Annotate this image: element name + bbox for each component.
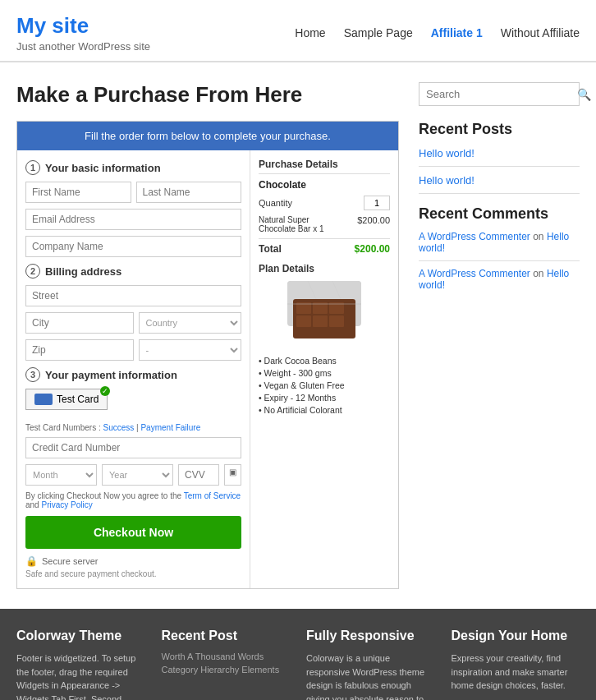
- last-name-input[interactable]: [136, 182, 242, 203]
- step2-circle: 2: [25, 264, 40, 279]
- feature-1: Dark Cocoa Beans: [259, 356, 390, 366]
- qty-input[interactable]: [364, 196, 390, 210]
- state-select[interactable]: -: [139, 339, 242, 361]
- recent-posts-title: Recent Posts: [419, 121, 580, 138]
- name-row: [25, 182, 241, 203]
- street-input[interactable]: [25, 285, 241, 306]
- checkout-body: 1 Your basic information: [17, 150, 398, 588]
- comment-1: A WordPress Commenter on Hello world!: [419, 231, 580, 254]
- footer-post-link2[interactable]: Category Hierarchy Elements: [162, 665, 291, 675]
- footer-col-2: Recent Post Worth A Thousand Words Categ…: [162, 629, 291, 700]
- safe-label: Safe and secure payment checkout.: [25, 569, 241, 578]
- test-card-button[interactable]: Test Card ✓: [25, 389, 108, 410]
- cvv-input[interactable]: [178, 464, 219, 486]
- site-title: My site: [16, 13, 150, 39]
- qty-label: Quantity: [259, 198, 292, 208]
- page-title: Make a Purchase From Here: [16, 82, 399, 108]
- total-row: Total $200.00: [259, 238, 390, 255]
- step1-text: Your basic information: [45, 162, 161, 174]
- footer-col4-title: Design Your Home: [452, 629, 580, 643]
- checkout-header: Fill the order form below to complete yo…: [17, 122, 398, 150]
- check-badge: ✓: [100, 386, 110, 396]
- company-input[interactable]: [25, 236, 241, 257]
- step1-label: 1 Your basic information: [25, 160, 241, 175]
- step3-circle: 3: [25, 367, 40, 382]
- month-select[interactable]: Month: [25, 464, 97, 486]
- footer-col1-title: Colorway Theme: [16, 629, 145, 643]
- zip-input[interactable]: [25, 339, 134, 361]
- search-input[interactable]: [419, 83, 571, 105]
- step3-label: 3 Your payment information: [25, 367, 241, 382]
- secure-row: 🔒 Secure server: [25, 555, 241, 567]
- site-header: My site Just another WordPress site Home…: [0, 0, 596, 62]
- step1-circle: 1: [25, 160, 40, 175]
- step2-label: 2 Billing address: [25, 264, 241, 279]
- street-row: [25, 285, 241, 306]
- secure-label: Secure server: [42, 556, 98, 566]
- comment2-author[interactable]: A WordPress Commenter: [419, 268, 530, 279]
- country-select[interactable]: Country: [139, 312, 242, 334]
- footer-col2-title: Recent Post: [162, 629, 291, 643]
- test-card-links: Test Card Numbers : Success | Payment Fa…: [25, 423, 241, 432]
- failure-link[interactable]: Payment Failure: [140, 423, 200, 432]
- chocolate-svg: [283, 281, 365, 347]
- plan-features: Dark Cocoa Beans Weight - 300 gms Vegan …: [259, 356, 390, 415]
- post-link-2[interactable]: Hello world!: [419, 174, 475, 187]
- purchase-column: Purchase Details Chocolate Quantity Natu…: [250, 150, 398, 588]
- quantity-row: Quantity: [259, 196, 390, 210]
- plan-title: Plan Details: [259, 263, 390, 274]
- footer-col-1: Colorway Theme Footer is widgetized. To …: [16, 629, 145, 700]
- main-nav: Home Sample Page Affiliate 1 Without Aff…: [295, 26, 580, 39]
- search-button[interactable]: 🔍: [571, 83, 596, 105]
- terms-link[interactable]: Term of Service: [184, 491, 241, 500]
- nav-sample-page[interactable]: Sample Page: [344, 26, 413, 39]
- comment2-on: on: [533, 268, 543, 279]
- comment1-on: on: [533, 231, 543, 242]
- card-expiry-row: Month Year ▣: [25, 464, 241, 486]
- payment-btn-label: Test Card: [57, 394, 99, 405]
- footer-col1-text: Footer is widgetized. To setup the foote…: [16, 652, 145, 700]
- city-input[interactable]: [25, 312, 134, 334]
- step3-text: Your payment information: [45, 369, 177, 381]
- post-link-1[interactable]: Hello world!: [419, 147, 475, 159]
- checkout-button[interactable]: Checkout Now: [25, 516, 241, 549]
- step2-text: Billing address: [45, 265, 121, 278]
- feature-3: Vegan & Gluten Free: [259, 380, 390, 390]
- footer-col3-text: Colorway is a unique responsive WordPres…: [306, 652, 435, 700]
- credit-card-input[interactable]: [25, 437, 241, 458]
- footer-post-link1[interactable]: Worth A Thousand Words: [162, 652, 291, 661]
- footer-col3-title: Fully Responsive: [306, 629, 435, 643]
- svg-rect-8: [329, 315, 344, 327]
- footer-main: Colorway Theme Footer is widgetized. To …: [0, 609, 596, 700]
- nav-home[interactable]: Home: [295, 26, 325, 39]
- feature-5: No Artificial Colorant: [259, 405, 390, 415]
- footer-col4-text: Express your creativity, find inspiratio…: [452, 652, 580, 693]
- purchase-title: Purchase Details: [259, 159, 390, 174]
- privacy-link[interactable]: Privacy Policy: [41, 500, 92, 509]
- recent-comments-title: Recent Comments: [419, 205, 580, 223]
- footer-col-4: Design Your Home Express your creativity…: [452, 629, 580, 700]
- comment1-author[interactable]: A WordPress Commenter: [419, 231, 530, 242]
- checkout-form-container: Fill the order form below to complete yo…: [16, 121, 399, 589]
- total-price: $200.00: [355, 243, 390, 255]
- year-select[interactable]: Year: [102, 464, 173, 486]
- content-area: Make a Purchase From Here Fill the order…: [16, 82, 399, 589]
- zip-row: -: [25, 339, 241, 361]
- feature-4: Expiry - 12 Months: [259, 393, 390, 403]
- success-link[interactable]: Success: [103, 423, 134, 432]
- main-content: Make a Purchase From Here Fill the order…: [0, 62, 596, 609]
- item-price: $200.00: [357, 215, 390, 233]
- city-country-row: Country: [25, 312, 241, 334]
- svg-rect-7: [313, 315, 328, 327]
- email-input[interactable]: [25, 209, 241, 230]
- company-row: [25, 236, 241, 257]
- email-row: [25, 209, 241, 230]
- lock-icon: 🔒: [25, 555, 38, 567]
- nav-without-affiliate[interactable]: Without Affiliate: [501, 26, 580, 39]
- card-type-icon: ▣: [224, 464, 241, 486]
- credit-card-row: [25, 437, 241, 458]
- first-name-input[interactable]: [25, 182, 131, 203]
- search-box: 🔍: [419, 82, 580, 106]
- nav-affiliate1[interactable]: Affiliate 1: [431, 26, 483, 39]
- card-icon: [34, 394, 53, 405]
